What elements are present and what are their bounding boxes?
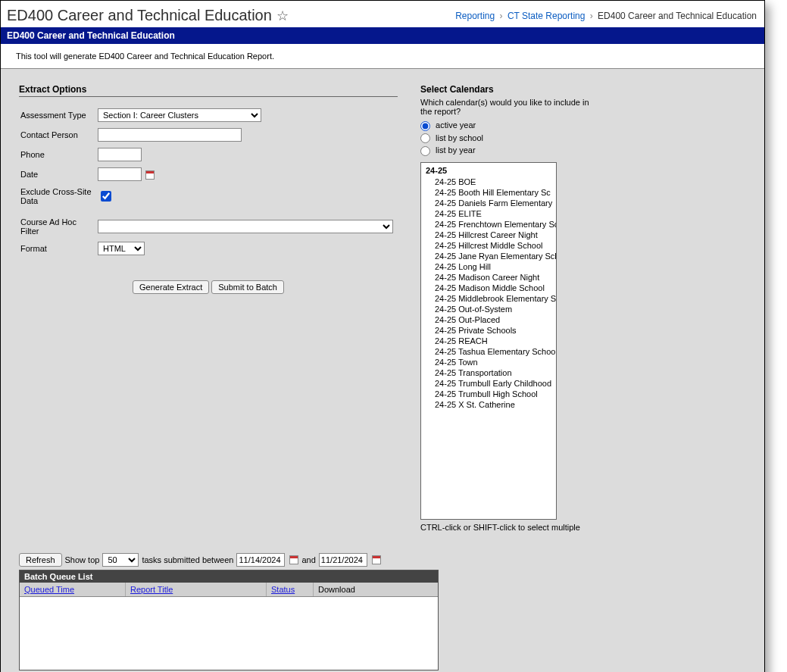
calendar-item[interactable]: 24-25 Transportation xyxy=(421,367,556,378)
calendar-item[interactable]: 24-25 Private Schools xyxy=(421,325,556,336)
label-assessment-type: Assessment Type xyxy=(20,106,96,124)
refresh-button[interactable]: Refresh xyxy=(19,553,62,567)
page-title: ED400 Career and Technical Education xyxy=(7,7,272,24)
phone-input[interactable] xyxy=(98,148,142,161)
exclude-cross-site-checkbox[interactable] xyxy=(101,191,111,202)
show-top-select[interactable]: 50 xyxy=(102,553,139,567)
calendar-year[interactable]: 24-25 xyxy=(421,164,556,177)
show-top-label: Show top xyxy=(65,555,100,564)
chevron-right-icon: › xyxy=(498,11,505,21)
label-exclude: Exclude Cross-Site Data xyxy=(20,185,96,208)
batch-queue-list: Batch Queue List Queued Time Report Titl… xyxy=(19,570,439,670)
assessment-type-select[interactable]: Section I: Career Clusters xyxy=(98,108,261,122)
multiselect-hint: CTRL-click or SHIFT-click to select mult… xyxy=(420,523,602,532)
calendar-icon[interactable] xyxy=(145,170,155,180)
calendar-item[interactable]: 24-25 Long Hill xyxy=(421,261,556,272)
calendar-item[interactable]: 24-25 ELITE xyxy=(421,208,556,219)
calendar-item[interactable]: 24-25 Town xyxy=(421,357,556,367)
label-adhoc: Course Ad Hoc Filter xyxy=(20,215,96,238)
extract-options-heading: Extract Options xyxy=(19,84,398,97)
radio-label-year: list by year xyxy=(436,145,476,155)
breadcrumb-link-state[interactable]: CT State Reporting xyxy=(507,11,586,21)
submit-to-batch-button[interactable]: Submit to Batch xyxy=(211,280,284,294)
calendar-item[interactable]: 24-25 Jane Ryan Elementary Sch xyxy=(421,251,556,261)
select-calendars-heading: Select Calendars xyxy=(420,84,602,95)
calendar-item[interactable]: 24-25 Hillcrest Middle School xyxy=(421,240,556,251)
radio-label-active: active year xyxy=(436,120,476,130)
label-format: Format xyxy=(20,239,96,258)
calendar-item[interactable]: 24-25 Madison Career Night xyxy=(421,272,556,283)
col-status[interactable]: Status xyxy=(267,583,314,596)
calendar-item[interactable]: 24-25 Out-of-System xyxy=(421,304,556,314)
tool-description: This tool will generate ED400 Career and… xyxy=(1,44,764,69)
label-contact-person: Contact Person xyxy=(20,126,96,144)
breadcrumb: Reporting › CT State Reporting › ED400 C… xyxy=(455,11,757,21)
calendar-icon[interactable] xyxy=(289,555,298,564)
date-to-input[interactable] xyxy=(319,553,367,567)
col-report-title[interactable]: Report Title xyxy=(126,583,267,596)
breadcrumb-link-reporting[interactable]: Reporting xyxy=(455,11,495,21)
radio-active-year[interactable] xyxy=(420,121,430,131)
col-queued-time[interactable]: Queued Time xyxy=(20,583,126,596)
calendar-item[interactable]: 24-25 Booth Hill Elementary Sc xyxy=(421,187,556,198)
col-download: Download xyxy=(314,583,438,596)
date-input[interactable] xyxy=(98,167,142,181)
calendar-item[interactable]: 24-25 Frenchtown Elementary Sc xyxy=(421,219,556,230)
contact-person-input[interactable] xyxy=(98,128,242,142)
date-from-input[interactable] xyxy=(236,553,285,567)
breadcrumb-current: ED400 Career and Technical Education xyxy=(598,11,757,21)
batch-queue-body xyxy=(20,597,438,670)
label-phone: Phone xyxy=(20,145,96,164)
calendar-item[interactable]: 24-25 Trumbull High School xyxy=(421,389,556,399)
calendar-tree[interactable]: 24-25 24-25 BOE24-25 Booth Hill Elementa… xyxy=(420,162,557,520)
label-date: Date xyxy=(20,165,96,183)
adhoc-filter-select[interactable] xyxy=(98,220,393,233)
and-label: and xyxy=(301,555,315,564)
calendar-item[interactable]: 24-25 Madison Middle School xyxy=(421,283,556,293)
format-select[interactable]: HTML xyxy=(98,242,145,255)
calendar-icon[interactable] xyxy=(372,555,381,564)
calendar-item[interactable]: 24-25 BOE xyxy=(421,177,556,187)
chevron-right-icon: › xyxy=(588,11,595,21)
calendar-item[interactable]: 24-25 Out-Placed xyxy=(421,314,556,325)
batch-queue-title: Batch Queue List xyxy=(20,570,438,583)
radio-list-by-year[interactable] xyxy=(420,146,430,156)
calendar-item[interactable]: 24-25 Hillcrest Career Night xyxy=(421,230,556,240)
calendar-item[interactable]: 24-25 Tashua Elementary School xyxy=(421,346,556,357)
calendar-item[interactable]: 24-25 Daniels Farm Elementary xyxy=(421,198,556,208)
select-calendars-prompt: Which calendar(s) would you like to incl… xyxy=(420,98,602,116)
calendar-item[interactable]: 24-25 Middlebrook Elementary S xyxy=(421,293,556,304)
calendar-item[interactable]: 24-25 REACH xyxy=(421,336,556,346)
radio-label-school: list by school xyxy=(436,133,483,142)
favorite-star-icon[interactable]: ☆ xyxy=(276,8,289,24)
radio-list-by-school[interactable] xyxy=(420,133,430,143)
calendar-item[interactable]: 24-25 X St. Catherine xyxy=(421,399,556,410)
tool-title-bar: ED400 Career and Technical Education xyxy=(1,27,764,44)
generate-extract-button[interactable]: Generate Extract xyxy=(133,280,209,294)
between-label: tasks submitted between xyxy=(142,555,233,564)
calendar-item[interactable]: 24-25 Trumbull Early Childhood xyxy=(421,378,556,389)
